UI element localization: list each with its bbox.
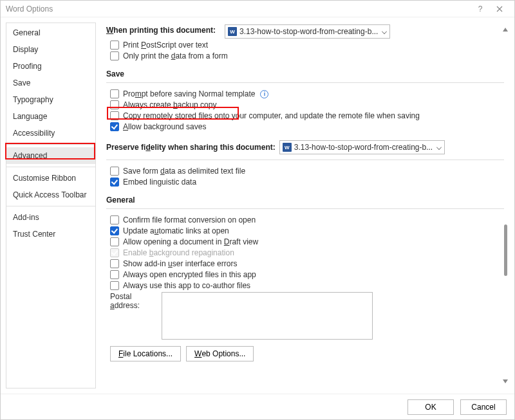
scroll-thumb[interactable]: [504, 224, 507, 276]
info-icon[interactable]: i: [260, 90, 268, 98]
draft-view-label: Allow opening a document in Draft view: [123, 237, 258, 246]
printing-document-dropdown[interactable]: W 3.13-how-to-stop-word-from-creating-b.…: [225, 24, 390, 39]
sidebar-item-quick-access-toolbar[interactable]: Quick Access Toolbar: [6, 187, 95, 203]
embed-linguistic-checkbox[interactable]: [110, 178, 119, 187]
vertical-scrollbar[interactable]: [503, 28, 508, 383]
encrypted-files-checkbox[interactable]: [110, 270, 119, 279]
sidebar-separator: [6, 206, 95, 206]
cancel-button[interactable]: Cancel: [460, 399, 507, 415]
close-icon: [496, 6, 503, 12]
addin-errors-checkbox[interactable]: [110, 259, 119, 268]
close-button[interactable]: [490, 3, 509, 15]
window-title: Word Options: [6, 5, 53, 14]
always-backup-checkbox[interactable]: [110, 100, 119, 109]
section-separator: [106, 208, 504, 209]
bg-repagination-checkbox: [110, 248, 119, 257]
sidebar-item-advanced[interactable]: Advanced: [6, 147, 95, 164]
copy-remote-checkbox[interactable]: [110, 111, 119, 120]
sidebar-item-proofing[interactable]: Proofing: [6, 58, 95, 75]
prompt-normal-label: Prompt before saving Normal template: [123, 89, 255, 98]
ok-button[interactable]: OK: [407, 399, 454, 415]
fidelity-heading: Preserve fidelity when sharing this docu…: [106, 143, 276, 152]
sidebar-item-add-ins[interactable]: Add-ins: [6, 209, 95, 226]
section-separator: [106, 160, 504, 160]
titlebar: Word Options ?: [1, 1, 514, 17]
sidebar-item-display[interactable]: Display: [6, 41, 95, 58]
copy-remote-label: Copy remotely stored files onto your com…: [123, 111, 420, 120]
sidebar-item-accessibility[interactable]: Accessibility: [6, 125, 95, 142]
printing-document-name: 3.13-how-to-stop-word-from-creating-b...: [239, 27, 378, 36]
save-heading: Save: [106, 69, 504, 78]
general-heading: General: [106, 196, 504, 205]
sidebar-separator: [6, 167, 95, 167]
word-doc-icon: W: [228, 27, 237, 36]
help-button[interactable]: ?: [471, 3, 490, 15]
options-panel: When printing this document: When printi…: [101, 23, 509, 388]
sidebar-item-general[interactable]: General: [6, 24, 95, 41]
allow-bg-saves-checkbox[interactable]: [110, 122, 119, 131]
confirm-conversion-checkbox[interactable]: [110, 215, 119, 224]
prompt-normal-checkbox[interactable]: [110, 89, 119, 98]
update-links-checkbox[interactable]: [110, 226, 119, 235]
sidebar-item-save[interactable]: Save: [6, 75, 95, 91]
coauthor-label: Always use this app to co-author files: [123, 281, 250, 290]
sidebar-item-trust-center[interactable]: Trust Center: [6, 226, 95, 242]
scroll-up-icon: [503, 28, 508, 32]
print-postscript-checkbox[interactable]: [110, 41, 119, 50]
word-doc-icon: W: [283, 143, 292, 152]
category-sidebar: General Display Proofing Save Typography…: [6, 23, 96, 388]
draft-view-checkbox[interactable]: [110, 237, 119, 246]
update-links-label: Update automatic links at open: [123, 226, 229, 235]
save-form-data-checkbox[interactable]: [110, 167, 119, 176]
only-print-data-checkbox[interactable]: [110, 51, 119, 60]
postal-address-label: Postal address:: [110, 292, 158, 310]
allow-bg-saves-label: Allow background saves: [123, 122, 206, 131]
chevron-down-icon: [436, 145, 442, 150]
print-postscript-label: Print PostScript over text: [123, 41, 208, 50]
coauthor-checkbox[interactable]: [110, 281, 119, 290]
bg-repagination-label: Enable background repagination: [123, 248, 234, 257]
only-print-data-label: Only print the data from a form: [123, 51, 228, 60]
save-form-data-label: Save form data as delimited text file: [123, 167, 245, 176]
postal-address-textarea[interactable]: [162, 292, 373, 340]
web-options-button[interactable]: Web Options...Web Options...: [186, 346, 254, 361]
scroll-down-icon: [503, 379, 508, 383]
always-backup-label: Always create backup copy: [123, 100, 216, 109]
sidebar-item-customise-ribbon[interactable]: Customise Ribbon: [6, 170, 95, 187]
dialog-footer: OK Cancel: [1, 394, 514, 419]
section-separator: [106, 82, 504, 83]
fidelity-document-name: 3.13-how-to-stop-word-from-creating-b...: [294, 143, 433, 152]
embed-linguistic-label: Embed linguistic data: [123, 178, 196, 187]
sidebar-item-language[interactable]: Language: [6, 108, 95, 125]
printing-heading: When printing this document:: [106, 26, 216, 35]
word-options-dialog: Word Options ? General Display Proofing …: [0, 0, 515, 420]
encrypted-files-label: Always open encrypted files in this app: [123, 270, 256, 279]
chevron-down-icon: [382, 29, 387, 34]
fidelity-document-dropdown[interactable]: W 3.13-how-to-stop-word-from-creating-b.…: [279, 140, 445, 154]
addin-errors-label: Show add-in user interface errors: [123, 259, 237, 268]
sidebar-separator: [6, 144, 95, 145]
confirm-conversion-label: Confirm file format conversion on open: [123, 215, 256, 224]
sidebar-item-typography[interactable]: Typography: [6, 91, 95, 108]
file-locations-button[interactable]: File Locations...File Locations...: [110, 346, 181, 361]
